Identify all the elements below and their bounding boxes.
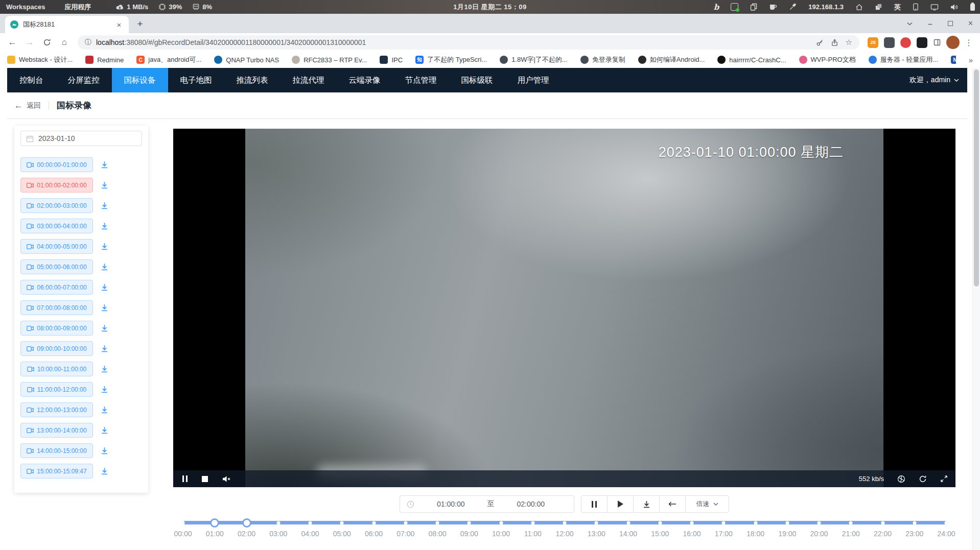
segment-button[interactable]: 07:00:00-08:00:00 [20,300,93,315]
range-end-time[interactable]: 02:00:00 [495,500,568,508]
playback-speed-dropdown[interactable]: 倍速 [685,495,729,513]
black-extension-icon[interactable] [917,37,927,48]
playback-pause-button[interactable] [581,495,608,513]
forward-nav-icon[interactable]: → [22,35,37,50]
segment-download-icon[interactable] [100,242,109,251]
stop-icon[interactable] [202,476,208,482]
segment-download-icon[interactable] [100,344,109,353]
nav-tab-8[interactable]: 国标级联 [449,68,505,92]
bookmark-star-icon[interactable]: ☆ [846,38,852,47]
home-tray-icon[interactable] [855,4,863,11]
home-nav-icon[interactable]: ⌂ [57,35,72,50]
bookmark-item[interactable]: N HDAtmos :: 种子 *... [951,55,956,64]
segment-download-icon[interactable] [100,262,109,271]
bookmark-item[interactable]: QNAP Turbo NAS [214,56,279,64]
segment-download-icon[interactable] [100,324,109,332]
bookmark-item[interactable]: hairrrrr/C-CrashC... [717,56,786,64]
page-scrollbar-thumb[interactable] [974,69,979,286]
input-method-indicator[interactable]: 英 [894,3,901,12]
segment-download-icon[interactable] [100,385,109,394]
segment-button[interactable]: 10:00:00-11:00:00 [20,362,93,376]
bookmark-item[interactable]: RFC2833 – RTP Ev... [292,56,367,64]
volume-muted-icon[interactable] [222,475,231,483]
bookmarks-overflow-icon[interactable]: » [969,56,973,64]
segment-button[interactable]: 09:00:00-10:00:00 [20,341,93,356]
extensions-puzzle-icon[interactable] [933,38,941,46]
bookmark-item[interactable]: 1.8W字|了不起的... [500,55,568,64]
bookmark-item[interactable]: C java、android可... [136,55,201,64]
window-minimize-button[interactable]: – [928,19,932,28]
playback-download-button[interactable] [633,495,660,513]
bing-tray-icon[interactable]: b [714,3,719,12]
tablet-icon[interactable] [913,3,919,11]
app-indicator-icon[interactable] [731,3,738,11]
browser-menu-icon[interactable]: ⋮ [963,38,975,47]
segment-download-icon[interactable] [100,365,109,373]
bookmark-item[interactable]: 免登录复制 [580,55,625,64]
video-player[interactable]: 2023-01-10 01:00:00 星期二 552 kb/s [173,129,955,487]
segment-download-icon[interactable] [100,426,109,435]
bookmark-item[interactable]: 知 了不起的 TypeScri... [415,55,487,64]
snapshot-icon[interactable] [897,475,905,483]
segment-button[interactable]: 12:00:00-13:00:00 [20,402,93,417]
bookmark-item[interactable]: Webstack - 设计... [7,55,73,64]
bookmark-item[interactable]: 服务器 - 轻量应用... [869,55,938,64]
segment-download-icon[interactable] [100,201,109,210]
segment-button[interactable]: 03:00:00-04:00:00 [20,219,93,233]
playback-play-button[interactable] [607,495,634,513]
display-icon[interactable] [930,4,939,11]
back-nav-icon[interactable]: ← [5,35,19,50]
segment-download-icon[interactable] [100,222,109,230]
segment-download-icon[interactable] [100,160,109,169]
timeline-track[interactable] [183,521,946,524]
segment-download-icon[interactable] [100,405,109,414]
share-icon[interactable] [831,39,838,46]
nav-tab-0[interactable]: 控制台 [7,68,56,92]
back-button[interactable]: ← 返回 [14,101,41,111]
segment-button[interactable]: 06:00:00-07:00:00 [20,280,93,295]
timeline-handle[interactable] [242,518,251,528]
segment-download-icon[interactable] [100,181,109,189]
time-range-input[interactable]: 01:00:00 至 02:00:00 [400,495,574,513]
playback-seek-back-button[interactable] [659,495,686,513]
battery-icon[interactable] [970,4,975,11]
segment-download-icon[interactable] [100,446,109,455]
tab-search-chevron-icon[interactable] [907,22,913,26]
nav-tab-3[interactable]: 电子地图 [168,68,224,92]
segment-button[interactable]: 11:00:00-12:00:00 [20,382,93,397]
segment-button[interactable]: 15:00:00-15:09:47 [20,464,93,479]
ip-address[interactable]: 192.168.1.3 [808,3,844,11]
window-close-button[interactable]: × [968,19,973,28]
new-tab-button[interactable]: + [133,17,147,31]
js-extension-icon[interactable]: JS [868,37,878,48]
browser-tab-active[interactable]: 国标28181 × [5,16,129,33]
bookmark-item[interactable]: IPC [380,56,403,64]
bookmark-item[interactable]: Redmine [85,56,124,64]
applications-button[interactable]: 应用程序 [64,3,91,12]
tab-close-icon[interactable]: × [114,20,124,29]
clipboard-icon[interactable] [750,3,757,11]
volume-icon[interactable] [950,4,959,11]
url-bar[interactable]: ⓘ localhost:38080/#/gbRecordDetail/34020… [78,35,859,50]
segment-download-icon[interactable] [100,303,109,312]
color-picker-icon[interactable] [789,3,797,11]
date-picker-input[interactable]: 2023-01-10 [20,131,142,146]
fullscreen-icon[interactable] [940,475,948,483]
browser-profile-avatar[interactable] [946,36,960,49]
segment-button[interactable]: 02:00:00-03:00:00 [20,198,93,213]
clock[interactable]: 1月10日 星期二 15：09 [453,3,526,12]
password-key-icon[interactable] [816,39,824,46]
bookmark-item[interactable]: WVP-PRO文档 [799,55,856,64]
nav-tab-9[interactable]: 用户管理 [505,68,562,92]
page-scrollbar[interactable] [972,68,980,550]
window-maximize-button[interactable] [948,21,953,26]
nav-tab-4[interactable]: 推流列表 [224,68,281,92]
pause-icon[interactable] [182,475,188,482]
nav-tab-7[interactable]: 节点管理 [393,68,449,92]
workspaces-button[interactable]: Workspaces [6,3,45,11]
nav-tab-1[interactable]: 分屏监控 [56,68,112,92]
segment-button[interactable]: 00:00:00-01:00:00 [20,157,93,172]
nav-tab-2[interactable]: 国标设备 [112,68,168,92]
site-info-icon[interactable]: ⓘ [85,38,91,47]
segment-download-icon[interactable] [100,467,109,475]
